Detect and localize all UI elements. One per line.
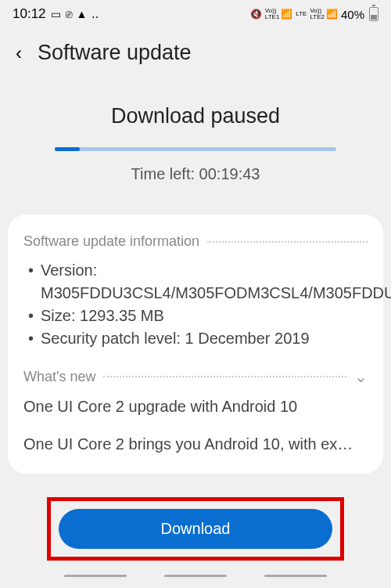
warning-icon: ▲	[77, 8, 88, 20]
info-section-title: Software update information	[23, 233, 199, 250]
whats-new-headline: One UI Core 2 upgrade with Android 10	[23, 395, 368, 417]
page-title: Software update	[38, 41, 192, 65]
sim1-signal: Vo))LTE1📶	[265, 8, 293, 20]
info-size: Size: 1293.35 MB	[28, 305, 368, 327]
progress-bar	[55, 147, 336, 151]
info-version: Version: M305FDDU3CSL4/M305FODM3CSL4/M30…	[28, 259, 368, 305]
sim2-signal: Vo))LTE2📶	[310, 8, 338, 20]
battery-icon	[369, 7, 378, 21]
dots-divider	[207, 241, 368, 243]
info-list: Version: M305FDDU3CSL4/M305FODM3CSL4/M30…	[23, 259, 368, 350]
nav-back[interactable]	[264, 575, 327, 577]
status-right: 🔇 Vo))LTE1📶 LTE Vo))LTE2📶 40%	[250, 7, 378, 21]
nav-home[interactable]	[164, 575, 227, 577]
status-time: 10:12	[13, 6, 46, 22]
download-button[interactable]: Download	[59, 509, 332, 549]
download-status: Download paused	[0, 104, 391, 128]
back-icon[interactable]: ‹	[16, 42, 22, 64]
more-icon: ‥	[91, 8, 99, 20]
gallery-icon: ▭	[51, 8, 61, 20]
screen-icon: ⎚	[66, 8, 72, 20]
info-security: Security patch level: 1 December 2019	[28, 327, 368, 350]
info-card: Software update information Version: M30…	[8, 215, 383, 474]
whats-new-section: What's new ⌄ One UI Core 2 upgrade with …	[23, 367, 368, 455]
lte-label: LTE	[296, 11, 307, 17]
download-highlight: Download	[47, 497, 344, 561]
dots-divider	[103, 376, 346, 377]
nav-recent[interactable]	[64, 575, 127, 577]
whats-new-title: What's new	[23, 369, 95, 385]
status-left: 10:12 ▭ ⎚ ▲ ‥	[13, 6, 99, 22]
page-header: ‹ Software update	[0, 28, 391, 81]
status-bar: 10:12 ▭ ⎚ ▲ ‥ 🔇 Vo))LTE1📶 LTE Vo))LTE2📶 …	[0, 0, 391, 28]
nav-bar	[0, 564, 391, 588]
info-section-header: Software update information	[23, 233, 368, 250]
battery-percent: 40%	[341, 8, 364, 21]
whats-new-header[interactable]: What's new ⌄	[23, 367, 368, 386]
download-status-section: Download paused Time left: 00:19:43	[0, 81, 391, 183]
whats-new-detail: One UI Core 2 brings you Android 10, wit…	[23, 433, 368, 455]
mute-icon: 🔇	[250, 9, 262, 20]
chevron-down-icon[interactable]: ⌄	[354, 367, 368, 386]
time-left: Time left: 00:19:43	[0, 165, 391, 183]
